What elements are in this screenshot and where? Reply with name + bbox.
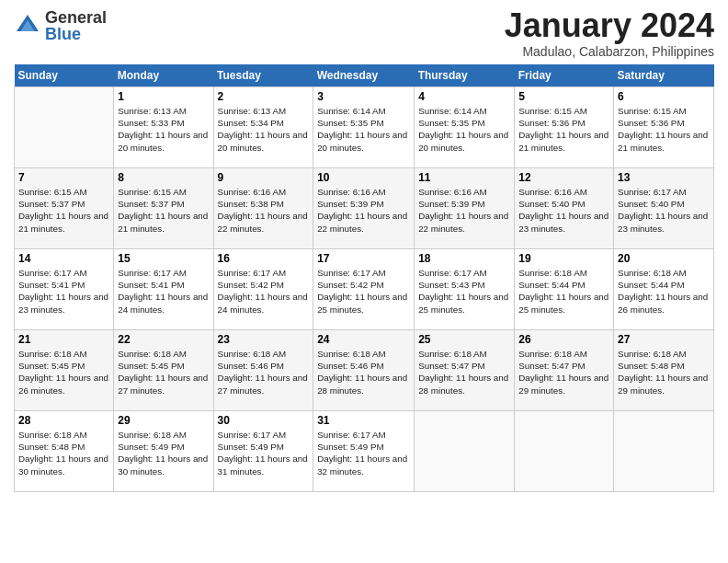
day-info: Sunrise: 6:18 AMSunset: 5:46 PMDaylight:…	[317, 349, 407, 396]
calendar-day-cell	[515, 411, 614, 492]
day-number: 15	[118, 252, 209, 265]
day-info: Sunrise: 6:17 AMSunset: 5:49 PMDaylight:…	[317, 430, 407, 477]
calendar-day-cell: 16 Sunrise: 6:17 AMSunset: 5:42 PMDaylig…	[213, 249, 313, 330]
day-info: Sunrise: 6:16 AMSunset: 5:39 PMDaylight:…	[418, 187, 508, 234]
day-info: Sunrise: 6:17 AMSunset: 5:49 PMDaylight:…	[218, 430, 308, 477]
title-block: January 2024 Madulao, Calabarzon, Philip…	[505, 9, 714, 59]
day-info: Sunrise: 6:15 AMSunset: 5:36 PMDaylight:…	[618, 106, 708, 153]
day-info: Sunrise: 6:16 AMSunset: 5:39 PMDaylight:…	[317, 187, 407, 234]
calendar-week-row: 14 Sunrise: 6:17 AMSunset: 5:41 PMDaylig…	[15, 249, 714, 330]
calendar-week-row: 1 Sunrise: 6:13 AMSunset: 5:33 PMDayligh…	[15, 87, 714, 168]
day-info: Sunrise: 6:15 AMSunset: 5:37 PMDaylight:…	[118, 187, 208, 234]
main-container: General Blue January 2024 Madulao, Calab…	[0, 0, 728, 501]
header: General Blue January 2024 Madulao, Calab…	[14, 9, 714, 59]
day-info: Sunrise: 6:18 AMSunset: 5:48 PMDaylight:…	[18, 430, 108, 477]
day-info: Sunrise: 6:18 AMSunset: 5:45 PMDaylight:…	[18, 349, 108, 396]
calendar-week-row: 7 Sunrise: 6:15 AMSunset: 5:37 PMDayligh…	[15, 168, 714, 249]
day-number: 28	[18, 414, 109, 427]
day-number: 3	[317, 90, 410, 103]
calendar-day-cell: 7 Sunrise: 6:15 AMSunset: 5:37 PMDayligh…	[15, 168, 114, 249]
calendar-day-cell: 30 Sunrise: 6:17 AMSunset: 5:49 PMDaylig…	[213, 411, 313, 492]
day-info: Sunrise: 6:14 AMSunset: 5:35 PMDaylight:…	[317, 106, 407, 153]
calendar-day-cell: 13 Sunrise: 6:17 AMSunset: 5:40 PMDaylig…	[614, 168, 714, 249]
day-info: Sunrise: 6:18 AMSunset: 5:48 PMDaylight:…	[618, 349, 708, 396]
calendar-day-cell: 2 Sunrise: 6:13 AMSunset: 5:34 PMDayligh…	[213, 87, 313, 168]
day-info: Sunrise: 6:17 AMSunset: 5:42 PMDaylight:…	[317, 268, 407, 315]
day-info: Sunrise: 6:17 AMSunset: 5:41 PMDaylight:…	[118, 268, 208, 315]
day-number: 9	[218, 171, 310, 184]
calendar-day-cell: 1 Sunrise: 6:13 AMSunset: 5:33 PMDayligh…	[114, 87, 213, 168]
day-number: 14	[18, 252, 109, 265]
calendar-day-cell: 12 Sunrise: 6:16 AMSunset: 5:40 PMDaylig…	[515, 168, 614, 249]
day-info: Sunrise: 6:13 AMSunset: 5:34 PMDaylight:…	[218, 106, 308, 153]
month-title: January 2024	[505, 9, 714, 42]
day-info: Sunrise: 6:17 AMSunset: 5:42 PMDaylight:…	[218, 268, 308, 315]
calendar-day-cell: 15 Sunrise: 6:17 AMSunset: 5:41 PMDaylig…	[114, 249, 213, 330]
day-info: Sunrise: 6:16 AMSunset: 5:40 PMDaylight:…	[518, 187, 609, 234]
calendar-day-cell: 31 Sunrise: 6:17 AMSunset: 5:49 PMDaylig…	[313, 411, 415, 492]
calendar-day-cell: 14 Sunrise: 6:17 AMSunset: 5:41 PMDaylig…	[15, 249, 114, 330]
calendar-day-cell: 25 Sunrise: 6:18 AMSunset: 5:47 PMDaylig…	[415, 330, 515, 411]
calendar-day-cell	[15, 87, 114, 168]
logo-general: General	[45, 9, 107, 26]
day-number: 24	[317, 333, 410, 346]
day-number: 2	[218, 90, 310, 103]
day-number: 30	[218, 414, 310, 427]
col-friday: Friday	[515, 64, 614, 87]
calendar-day-cell: 8 Sunrise: 6:15 AMSunset: 5:37 PMDayligh…	[114, 168, 213, 249]
calendar-table: Sunday Monday Tuesday Wednesday Thursday…	[14, 64, 714, 492]
day-info: Sunrise: 6:15 AMSunset: 5:36 PMDaylight:…	[518, 106, 609, 153]
calendar-day-cell: 6 Sunrise: 6:15 AMSunset: 5:36 PMDayligh…	[614, 87, 714, 168]
calendar-day-cell	[614, 411, 714, 492]
day-number: 31	[317, 414, 410, 427]
col-tuesday: Tuesday	[213, 64, 313, 87]
day-number: 6	[618, 90, 710, 103]
calendar-day-cell: 18 Sunrise: 6:17 AMSunset: 5:43 PMDaylig…	[415, 249, 515, 330]
day-number: 23	[218, 333, 310, 346]
calendar-day-cell: 9 Sunrise: 6:16 AMSunset: 5:38 PMDayligh…	[213, 168, 313, 249]
calendar-day-cell: 19 Sunrise: 6:18 AMSunset: 5:44 PMDaylig…	[515, 249, 614, 330]
day-info: Sunrise: 6:18 AMSunset: 5:46 PMDaylight:…	[218, 349, 308, 396]
logo-blue: Blue	[45, 26, 107, 42]
day-info: Sunrise: 6:13 AMSunset: 5:33 PMDaylight:…	[118, 106, 208, 153]
calendar-day-cell: 3 Sunrise: 6:14 AMSunset: 5:35 PMDayligh…	[313, 87, 415, 168]
calendar-day-cell: 11 Sunrise: 6:16 AMSunset: 5:39 PMDaylig…	[415, 168, 515, 249]
day-number: 7	[18, 171, 109, 184]
day-info: Sunrise: 6:18 AMSunset: 5:44 PMDaylight:…	[618, 268, 708, 315]
calendar-week-row: 21 Sunrise: 6:18 AMSunset: 5:45 PMDaylig…	[15, 330, 714, 411]
calendar-day-cell: 10 Sunrise: 6:16 AMSunset: 5:39 PMDaylig…	[313, 168, 415, 249]
day-info: Sunrise: 6:16 AMSunset: 5:38 PMDaylight:…	[218, 187, 308, 234]
day-number: 4	[418, 90, 510, 103]
day-number: 16	[218, 252, 310, 265]
col-thursday: Thursday	[415, 64, 515, 87]
day-number: 25	[418, 333, 510, 346]
col-monday: Monday	[114, 64, 213, 87]
col-sunday: Sunday	[15, 64, 114, 87]
logo: General Blue	[14, 9, 107, 42]
calendar-day-cell: 29 Sunrise: 6:18 AMSunset: 5:49 PMDaylig…	[114, 411, 213, 492]
day-number: 19	[518, 252, 609, 265]
day-info: Sunrise: 6:18 AMSunset: 5:47 PMDaylight:…	[518, 349, 609, 396]
day-number: 18	[418, 252, 510, 265]
day-number: 10	[317, 171, 410, 184]
location: Madulao, Calabarzon, Philippines	[505, 44, 714, 59]
day-number: 21	[18, 333, 109, 346]
day-info: Sunrise: 6:18 AMSunset: 5:49 PMDaylight:…	[118, 430, 208, 477]
day-number: 20	[618, 252, 710, 265]
day-info: Sunrise: 6:14 AMSunset: 5:35 PMDaylight:…	[418, 106, 508, 153]
logo-text: General Blue	[45, 9, 107, 42]
day-number: 13	[618, 171, 710, 184]
calendar-day-cell: 21 Sunrise: 6:18 AMSunset: 5:45 PMDaylig…	[15, 330, 114, 411]
day-info: Sunrise: 6:17 AMSunset: 5:40 PMDaylight:…	[618, 187, 708, 234]
calendar-day-cell: 28 Sunrise: 6:18 AMSunset: 5:48 PMDaylig…	[15, 411, 114, 492]
day-info: Sunrise: 6:17 AMSunset: 5:43 PMDaylight:…	[418, 268, 508, 315]
logo-icon	[14, 12, 41, 40]
calendar-day-cell: 4 Sunrise: 6:14 AMSunset: 5:35 PMDayligh…	[415, 87, 515, 168]
col-saturday: Saturday	[614, 64, 714, 87]
col-wednesday: Wednesday	[313, 64, 415, 87]
calendar-day-cell: 26 Sunrise: 6:18 AMSunset: 5:47 PMDaylig…	[515, 330, 614, 411]
calendar-day-cell: 22 Sunrise: 6:18 AMSunset: 5:45 PMDaylig…	[114, 330, 213, 411]
day-number: 12	[518, 171, 609, 184]
day-number: 1	[118, 90, 209, 103]
day-number: 17	[317, 252, 410, 265]
